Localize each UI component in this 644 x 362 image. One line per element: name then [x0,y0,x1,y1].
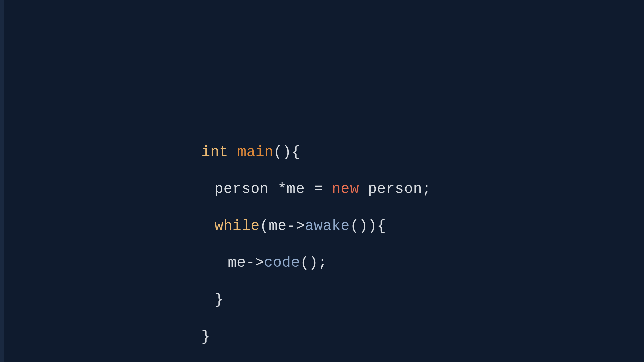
token-arrow: -> [287,218,305,234]
token-type-person: person [215,181,269,197]
editor-gutter [0,0,4,362]
code-line-2: person *me = new person; [201,180,431,198]
token-space [228,144,237,161]
token-class-person: person [368,181,422,197]
token-method-awake: awake [305,218,350,234]
code-line-5: } [201,291,431,309]
code-line-3: while(me->awake()){ [201,217,431,235]
token-var-me: me [287,181,305,197]
code-line-1: int main(){ [201,143,431,162]
token-eq: = [305,181,332,197]
token-star: * [269,181,287,197]
token-type-int: int [201,144,228,161]
code-line-6: } [201,327,431,346]
token-keyword-new: new [332,181,359,197]
token-rparen-brace: ()){ [350,218,386,234]
token-open-brace: (){ [273,144,301,161]
token-var-me: me [269,218,287,234]
token-lparen: ( [260,218,269,234]
code-block: int main(){ person *me = new person; whi… [201,125,431,362]
token-call-semi: (); [300,254,327,271]
token-keyword-while: while [215,218,260,234]
token-var-me: me [228,254,246,271]
token-close-brace: } [201,328,210,345]
token-arrow: -> [246,254,264,271]
token-close-brace: } [215,291,224,308]
token-method-code: code [264,254,300,271]
token-space [359,181,368,197]
token-func-main: main [237,144,274,161]
token-semi: ; [422,181,431,197]
code-line-4: me->code(); [201,254,431,272]
